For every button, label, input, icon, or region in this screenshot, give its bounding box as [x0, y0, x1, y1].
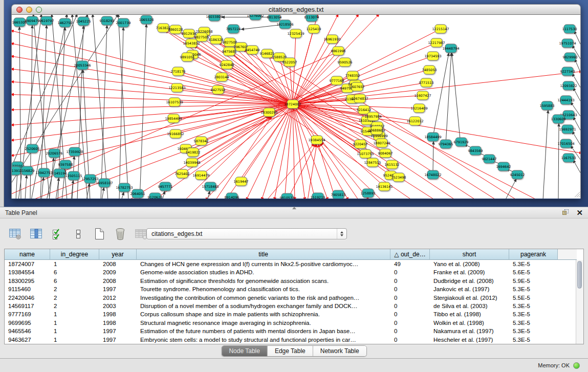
- graph-edge[interactable]: [267, 144, 314, 199]
- graph-node[interactable]: 1125419: [307, 25, 321, 33]
- cell-short[interactable]: de Silva et al. (2003): [430, 302, 509, 310]
- table-row[interactable]: 1872400712008Changes of HCN gene express…: [5, 260, 583, 268]
- graph-edge[interactable]: [119, 28, 123, 199]
- graph-edge[interactable]: [293, 104, 581, 154]
- cell-year[interactable]: 2008: [99, 277, 137, 285]
- graph-edge[interactable]: [102, 188, 104, 199]
- graph-node[interactable]: 8427552: [211, 85, 226, 94]
- graph-node[interactable]: 1595883: [540, 101, 555, 110]
- graph-node[interactable]: 9843569: [468, 146, 483, 155]
- graph-edge[interactable]: [128, 116, 269, 199]
- graph-node[interactable]: 19218506: [276, 20, 293, 29]
- graph-node[interactable]: 1065328: [139, 15, 154, 24]
- graph-edge[interactable]: [293, 104, 419, 108]
- cell-name[interactable]: 9699695: [5, 319, 50, 327]
- graph-node[interactable]: 2523498: [391, 173, 406, 182]
- graph-node[interactable]: 2064051: [130, 189, 145, 198]
- graph-node[interactable]: 9590526: [338, 58, 353, 67]
- control-panel-edge[interactable]: [0, 0, 4, 207]
- float-panel-icon[interactable]: [562, 209, 569, 216]
- graph-node[interactable]: 19448794: [442, 44, 459, 53]
- graph-edge[interactable]: [121, 192, 124, 199]
- graph-node[interactable]: 9021447: [482, 155, 497, 163]
- graph-edge[interactable]: [101, 26, 107, 199]
- graph-node[interactable]: 1167533: [561, 154, 576, 162]
- cell-year[interactable]: 2012: [99, 294, 137, 302]
- row-select-icon[interactable]: [50, 227, 64, 240]
- graph-edge[interactable]: [433, 142, 433, 172]
- table-row[interactable]: 1938455462009Genome-wide association stu…: [5, 268, 583, 276]
- graph-node[interactable]: 7748352: [345, 71, 360, 80]
- graph-edge[interactable]: [308, 144, 317, 199]
- graph-node[interactable]: 8909479: [25, 16, 40, 25]
- network-window-titlebar[interactable]: citations_edges.txt: [11, 4, 581, 15]
- cell-out-degree[interactable]: 0: [390, 285, 430, 293]
- graph-edge[interactable]: [243, 50, 476, 199]
- cell-year[interactable]: 1998: [99, 319, 137, 327]
- graph-node[interactable]: 12213583: [168, 83, 185, 92]
- table-row[interactable]: 946362711997Embryonic stem cells: a mode…: [5, 336, 583, 344]
- cell-short[interactable]: Jankovic et al. (1997): [430, 285, 509, 293]
- cell-year[interactable]: 2009: [99, 268, 137, 276]
- graph-node[interactable]: 12444193: [557, 96, 574, 104]
- cell-year[interactable]: 2003: [99, 302, 137, 310]
- cell-pagerank[interactable]: 5.3E-5: [509, 310, 558, 318]
- cell-short[interactable]: Yano et al. (2008): [430, 260, 509, 268]
- cell-title[interactable]: Disruption of a novel member of a sodium…: [137, 302, 390, 310]
- graph-node[interactable]: 1419822: [186, 148, 201, 157]
- graph-node[interactable]: 9829960: [563, 53, 578, 61]
- cell-name[interactable]: 14569117: [5, 302, 50, 310]
- resize-grip[interactable]: [575, 192, 580, 198]
- graph-node[interactable]: 8771513: [419, 78, 434, 87]
- graph-edge[interactable]: [222, 77, 293, 104]
- graph-edge[interactable]: [25, 176, 27, 199]
- graph-edge[interactable]: [505, 179, 516, 199]
- graph-node[interactable]: 7857224: [226, 25, 241, 33]
- graph-edge[interactable]: [433, 53, 449, 137]
- graph-node[interactable]: 5878342: [194, 137, 209, 145]
- graph-node[interactable]: 15276002: [247, 15, 264, 20]
- cell-out-degree[interactable]: 0: [390, 277, 430, 285]
- table-row[interactable]: 911546021997Tourette syndrome. Phenomeno…: [5, 285, 583, 293]
- graph-edge[interactable]: [573, 160, 581, 177]
- split-divider-handle[interactable]: [292, 207, 296, 209]
- new-file-icon[interactable]: [92, 227, 106, 240]
- graph-node[interactable]: 11607427: [414, 91, 431, 100]
- graph-node[interactable]: 8113074: [304, 15, 319, 21]
- cell-short[interactable]: Dudbridge et al. (2008): [430, 277, 509, 285]
- tab-node-table[interactable]: Node Table: [222, 346, 268, 356]
- graph-node[interactable]: 12093822: [560, 81, 577, 90]
- graph-node[interactable]: 7485053: [422, 65, 437, 74]
- cell-title[interactable]: Genome-wide association studies in ADHD.: [137, 268, 390, 276]
- graph-node[interactable]: 20206576: [46, 149, 62, 158]
- cell-title[interactable]: Changes of HCN gene expression and I(f) …: [137, 260, 390, 268]
- graph-node[interactable]: 2520605: [25, 144, 40, 153]
- graph-node[interactable]: 16748022: [424, 170, 441, 179]
- tab-network-table[interactable]: Network Table: [313, 346, 366, 356]
- graph-node[interactable]: 1145194: [52, 169, 67, 178]
- cell-pagerank[interactable]: 5.3E-5: [509, 260, 558, 268]
- graph-node[interactable]: 6791929: [454, 138, 469, 146]
- graph-edge[interactable]: [318, 144, 336, 199]
- network-view[interactable]: 1872400718300295193845547163822886012889…: [11, 15, 581, 199]
- cell-in-degree[interactable]: 1: [50, 310, 99, 318]
- graph-node[interactable]: 14136141: [376, 182, 393, 191]
- graph-edge[interactable]: [175, 102, 293, 104]
- cell-out-degree[interactable]: 0: [390, 336, 430, 344]
- cell-out-degree[interactable]: 0: [390, 327, 430, 335]
- cell-title[interactable]: Estimation of significance thresholds fo…: [137, 277, 390, 285]
- cell-name[interactable]: 19384554: [5, 268, 50, 276]
- cell-short[interactable]: Stergiakouli et al. (2012): [430, 294, 509, 302]
- cell-in-degree[interactable]: 6: [50, 268, 99, 276]
- graph-node[interactable]: 9084067: [378, 149, 393, 158]
- graph-node[interactable]: 19854499: [165, 114, 182, 123]
- graph-node[interactable]: 16033809: [206, 15, 223, 21]
- graph-node[interactable]: 1615132: [385, 160, 400, 169]
- rows-icon[interactable]: [71, 227, 85, 240]
- column-header-year[interactable]: year: [99, 249, 137, 260]
- graph-node[interactable]: 11073755: [357, 149, 374, 158]
- column-header-in-degree[interactable]: in_degree: [50, 249, 99, 260]
- graph-node[interactable]: 9120628: [148, 193, 163, 199]
- cell-name[interactable]: 18300295: [5, 277, 50, 285]
- graph-node[interactable]: 9220457: [353, 140, 368, 148]
